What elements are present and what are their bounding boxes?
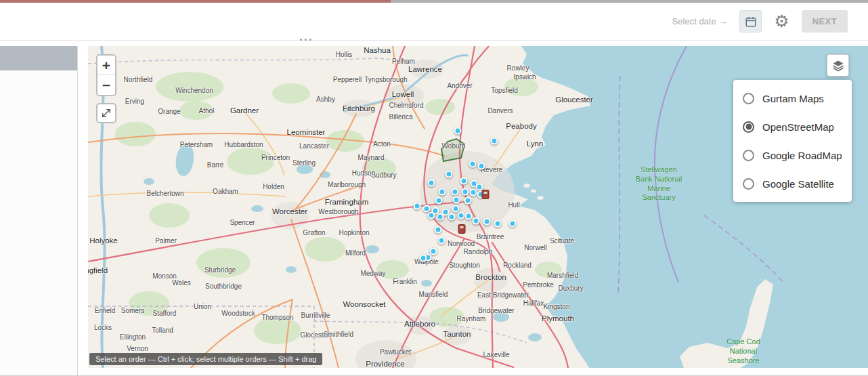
order-marker[interactable] xyxy=(469,161,477,168)
order-marker[interactable] xyxy=(423,205,431,213)
fullscreen-button[interactable] xyxy=(96,103,116,123)
layers-icon xyxy=(831,59,845,72)
order-marker[interactable] xyxy=(464,197,472,205)
zoom-in-button[interactable]: + xyxy=(97,56,115,75)
layer-option-openstreetmap[interactable]: OpenStreetMap xyxy=(733,112,852,141)
order-marker[interactable] xyxy=(509,220,517,228)
order-marker[interactable] xyxy=(437,213,444,221)
order-marker[interactable] xyxy=(448,213,456,221)
layer-option-label: Gurtam Maps xyxy=(762,93,824,104)
zoom-out-button[interactable]: − xyxy=(97,75,115,95)
order-marker[interactable] xyxy=(483,218,491,226)
order-marker[interactable] xyxy=(462,188,469,196)
order-marker[interactable] xyxy=(494,220,502,228)
radio-selected-icon[interactable] xyxy=(743,121,754,133)
map-hint-tooltip: Select an order — Ctrl + click; select m… xyxy=(89,353,322,365)
radio-icon[interactable] xyxy=(743,150,754,161)
zoom-control: + − xyxy=(96,54,116,96)
app-window: Select date → ⚙ NEXT xyxy=(0,0,868,376)
toolbar: Select date → ⚙ NEXT xyxy=(0,3,868,41)
order-marker[interactable] xyxy=(473,217,480,225)
order-marker[interactable] xyxy=(458,212,465,220)
left-panel xyxy=(0,46,78,376)
layer-option-label: Google RoadMap xyxy=(762,150,842,161)
depot-marker[interactable] xyxy=(482,190,490,199)
order-marker[interactable] xyxy=(430,248,437,255)
order-marker[interactable] xyxy=(470,189,477,196)
order-marker[interactable] xyxy=(452,188,459,196)
calendar-icon xyxy=(745,16,757,28)
order-marker[interactable] xyxy=(435,226,442,234)
layer-option-google-satellite[interactable]: Google Satellite xyxy=(733,169,852,198)
layer-option-label: OpenStreetMap xyxy=(762,121,834,133)
gear-icon: ⚙ xyxy=(774,12,789,31)
order-marker[interactable] xyxy=(465,213,473,220)
layer-option-label: Google Satellite xyxy=(762,178,834,190)
order-marker[interactable] xyxy=(435,197,443,205)
order-marker[interactable] xyxy=(446,171,453,178)
settings-gear-button[interactable]: ⚙ xyxy=(774,13,789,30)
order-marker[interactable] xyxy=(454,127,462,135)
layer-option-google-roadmap[interactable]: Google RoadMap xyxy=(733,141,852,169)
radio-icon[interactable] xyxy=(743,93,754,104)
order-marker[interactable] xyxy=(453,196,460,204)
depot-marker[interactable] xyxy=(458,224,466,234)
layer-option-gurtam-maps[interactable]: Gurtam Maps xyxy=(733,84,852,112)
order-marker[interactable] xyxy=(428,180,435,187)
calendar-button[interactable] xyxy=(739,10,762,33)
map-canvas[interactable]: NashuaHollisPelhamLawrenceRowleyIpswichP… xyxy=(88,46,868,368)
expand-icon xyxy=(100,107,112,119)
order-marker[interactable] xyxy=(460,177,468,185)
left-panel-header xyxy=(0,46,77,70)
layers-panel: Gurtam MapsOpenStreetMapGoogle RoadMapGo… xyxy=(733,80,852,202)
order-marker[interactable] xyxy=(414,203,421,210)
next-button[interactable]: NEXT xyxy=(802,10,848,33)
order-marker[interactable] xyxy=(452,205,460,213)
order-marker[interactable] xyxy=(478,163,485,170)
order-marker[interactable] xyxy=(420,255,427,262)
order-marker[interactable] xyxy=(438,237,446,245)
order-marker[interactable] xyxy=(491,138,498,145)
order-marker[interactable] xyxy=(439,188,446,196)
radio-icon[interactable] xyxy=(743,178,754,190)
layers-button[interactable] xyxy=(827,54,849,77)
drag-handle-dots[interactable] xyxy=(300,39,311,41)
select-date-label: Select date → xyxy=(672,16,728,26)
order-marker[interactable] xyxy=(428,212,435,220)
